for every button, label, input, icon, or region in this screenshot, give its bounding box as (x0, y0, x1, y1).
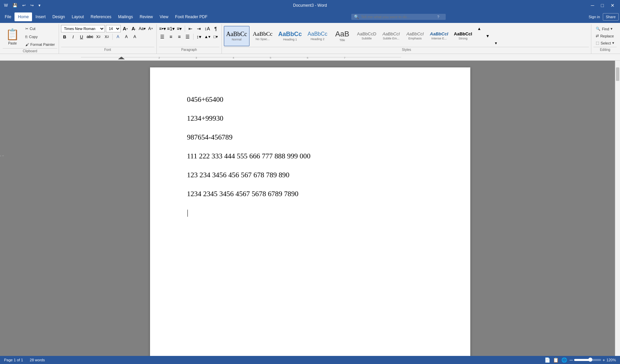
subscript-button[interactable]: X2 (95, 33, 102, 40)
find-dropdown[interactable]: ▾ (611, 27, 613, 31)
change-case-button[interactable]: Aa▾ (139, 25, 146, 32)
style-heading2[interactable]: AaBbCc Heading 2 (305, 26, 330, 46)
cut-icon: ✂ (25, 27, 28, 31)
share-button[interactable]: Share (603, 13, 619, 21)
numbering-button[interactable]: ≡1▾ (167, 25, 175, 32)
vertical-scrollbar[interactable] (615, 61, 620, 356)
page[interactable]: 0456+65400 1234+99930 987654-456789 111 … (150, 67, 470, 356)
sort-button[interactable]: ↕A (204, 25, 211, 32)
bold-button[interactable]: B (61, 33, 68, 40)
bullets-button[interactable]: ≡•▾ (159, 25, 166, 32)
show-hide-button[interactable]: ¶ (212, 25, 219, 32)
copy-button[interactable]: ⎘ Copy (23, 34, 57, 40)
tell-me-input[interactable] (361, 15, 435, 19)
grow-font-button[interactable]: A+ (122, 25, 129, 32)
styles-label: Styles (224, 47, 589, 52)
zoom-slider[interactable] (574, 359, 601, 361)
sign-in-button[interactable]: Sign in (586, 13, 603, 20)
zoom-slider-thumb[interactable] (588, 358, 592, 362)
save-button[interactable]: 💾 (11, 2, 19, 8)
cursor-line-para[interactable] (187, 208, 433, 218)
menu-review[interactable]: Review (136, 12, 156, 21)
styles-row: AaBbCc Normal AaBbCc No Spac... AaBbCc H… (224, 25, 589, 47)
format-painter-button[interactable]: 🖌 Format Painter (23, 41, 57, 48)
styles-more[interactable]: ▾ (492, 39, 500, 47)
word-icon[interactable]: W (3, 2, 9, 8)
zoom-in-button[interactable]: + (602, 358, 605, 363)
para-row1: ≡•▾ ≡1▾ ≡▾ ⇤ ⇥ ↕A ¶ (159, 25, 219, 32)
view-web-button[interactable]: 🌐 (561, 357, 567, 363)
style-no-spacing[interactable]: AaBbCc No Spac... (250, 26, 275, 46)
cut-button[interactable]: ✂ Cut (23, 26, 57, 32)
minimize-button[interactable]: ─ (588, 1, 597, 9)
paste-button[interactable]: 📋 Paste (3, 25, 22, 48)
style-intense-em[interactable]: AaBbCcI Intense E... (427, 26, 450, 46)
italic-button[interactable]: I (69, 33, 77, 40)
customize-qat-button[interactable]: ▾ (37, 2, 42, 8)
paste-label: Paste (8, 41, 17, 45)
styles-scroll-up[interactable]: ▲ (475, 25, 483, 32)
line-spacing-button[interactable]: ↕▾ (195, 33, 203, 40)
text-cursor (187, 210, 188, 217)
style-normal[interactable]: AaBbCc Normal (224, 26, 249, 46)
status-bar: Page 1 of 1 28 words 📄 📋 🌐 ─ + 120% (0, 356, 620, 364)
quick-access-toolbar: W 💾 ↩ ↪ ▾ (3, 2, 42, 8)
redo-button[interactable]: ↪ (29, 2, 35, 8)
shading-button[interactable]: ▲▾ (204, 33, 211, 40)
style-title[interactable]: AaB Title (331, 26, 354, 46)
style-heading1[interactable]: AaBbCc Heading 1 (276, 26, 304, 46)
replace-button[interactable]: ⇄ Replace (593, 33, 617, 39)
strikethrough-button[interactable]: abc (86, 33, 94, 40)
menu-design[interactable]: Design (49, 12, 68, 21)
scroll-thumb[interactable] (616, 67, 619, 81)
maximize-button[interactable]: □ (598, 1, 607, 9)
clear-formatting-button[interactable]: A✕ (147, 25, 154, 32)
underline-button[interactable]: U (78, 33, 85, 40)
window-controls: ─ □ ✕ (588, 1, 617, 9)
word-count: 28 words (30, 358, 45, 362)
styles-scroll-down[interactable]: ▼ (484, 32, 491, 40)
menu-layout[interactable]: Layout (68, 12, 87, 21)
shrink-font-button[interactable]: A- (130, 25, 138, 32)
borders-button[interactable]: □▾ (212, 33, 219, 40)
font-row1: Times New Roman Arial Calibri 14 8 10 12… (61, 25, 154, 32)
replace-icon: ⇄ (596, 34, 599, 38)
style-strong-preview: AaBbCcI (454, 32, 472, 36)
menu-home[interactable]: Home (14, 12, 32, 21)
decrease-indent-button[interactable]: ⇤ (187, 25, 194, 32)
style-subtitle[interactable]: AaBbCcD Subtitle (355, 26, 379, 46)
undo-button[interactable]: ↩ (21, 2, 27, 8)
font-color-button[interactable]: A (131, 33, 139, 40)
center-button[interactable]: ≡ (167, 33, 175, 40)
view-print-button[interactable]: 📋 (553, 357, 559, 363)
left-margin: 1 2 3 4 (0, 61, 5, 356)
document-scroll[interactable]: 0456+65400 1234+99930 987654-456789 111 … (5, 61, 615, 356)
select-button[interactable]: ⬚ Select ▾ (593, 40, 617, 46)
style-strong[interactable]: AaBbCcI Strong (451, 26, 474, 46)
menu-insert[interactable]: Insert (32, 12, 49, 21)
font-name-select[interactable]: Times New Roman Arial Calibri (61, 25, 105, 32)
title-bar: W 💾 ↩ ↪ ▾ Document3 - Word ─ □ ✕ (0, 0, 620, 11)
justify-button[interactable]: ☰ (184, 33, 191, 40)
menu-file[interactable]: File (1, 12, 14, 21)
find-button[interactable]: 🔍 Find ▾ (593, 26, 617, 32)
menu-mailings[interactable]: Mailings (115, 12, 136, 21)
text-highlight-button[interactable]: A (123, 33, 130, 40)
font-size-select[interactable]: 14 8 10 12 16 18 20 24 28 36 (106, 25, 121, 32)
style-emphasis[interactable]: AaBbCcI Emphasis (404, 26, 426, 46)
view-normal-button[interactable]: 📄 (544, 357, 550, 363)
align-right-button[interactable]: ≡ (176, 33, 183, 40)
multilevel-list-button[interactable]: ≡▾ (176, 25, 183, 32)
select-dropdown[interactable]: ▾ (612, 41, 614, 45)
menu-view[interactable]: View (156, 12, 172, 21)
zoom-out-button[interactable]: ─ (570, 358, 573, 363)
text-effects-button[interactable]: A (114, 33, 122, 40)
menu-references[interactable]: References (87, 12, 115, 21)
replace-label: Replace (600, 34, 614, 38)
style-subtle-em[interactable]: AaBbCcI Subtle Em... (380, 26, 403, 46)
menu-foxit[interactable]: Foxit Reader PDF (172, 12, 211, 21)
increase-indent-button[interactable]: ⇥ (195, 25, 203, 32)
close-button[interactable]: ✕ (608, 1, 617, 9)
superscript-button[interactable]: X2 (103, 33, 111, 40)
align-left-button[interactable]: ☰ (159, 33, 166, 40)
